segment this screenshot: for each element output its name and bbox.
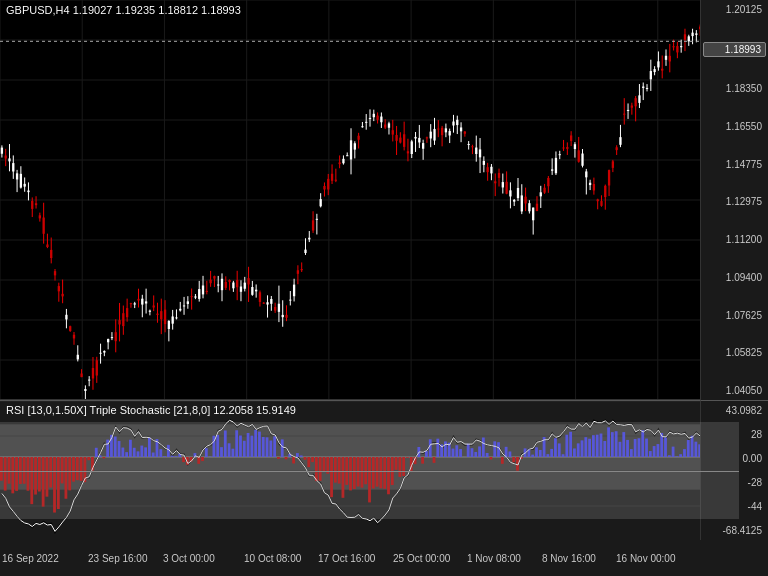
zero-line [0,471,740,472]
time-label-0: 16 Sep 2022 [2,553,59,564]
time-label-7: 8 Nov 16:00 [542,553,596,564]
corner [700,540,768,576]
time-label-1: 23 Sep 16:00 [88,553,148,564]
time-label-5: 25 Oct 00:00 [393,553,450,564]
price-level-current: 1.18993 [703,42,766,57]
time-axis: 16 Sep 2022 23 Sep 16:00 3 Oct 00:00 10 … [0,540,740,576]
chart-container: 1.20125 1.18993 1.18350 1.16550 1.14775 … [0,0,768,576]
indicator-chart [0,400,740,540]
price-level-6: 1.09400 [703,272,766,283]
time-label-8: 16 Nov 00:00 [616,553,676,564]
time-label-6: 1 Nov 08:00 [467,553,521,564]
price-level-7: 1.07625 [703,310,766,321]
time-label-4: 17 Oct 16:00 [318,553,375,564]
ind-level-0: 43.0982 [703,405,766,416]
ind-level-5: -68.4125 [703,525,766,536]
price-axis: 1.20125 1.18993 1.18350 1.16550 1.14775 … [700,0,768,400]
price-level-9: 1.04050 [703,385,766,396]
main-chart [0,0,740,400]
price-level-0: 1.20125 [703,4,766,15]
time-label-2: 3 Oct 00:00 [163,553,215,564]
time-label-3: 10 Oct 08:00 [244,553,301,564]
price-level-1: 1.18350 [703,83,766,94]
price-level-5: 1.11200 [703,234,766,245]
price-level-8: 1.05825 [703,347,766,358]
price-level-4: 1.12975 [703,196,766,207]
price-level-2: 1.16550 [703,121,766,132]
price-level-3: 1.14775 [703,159,766,170]
